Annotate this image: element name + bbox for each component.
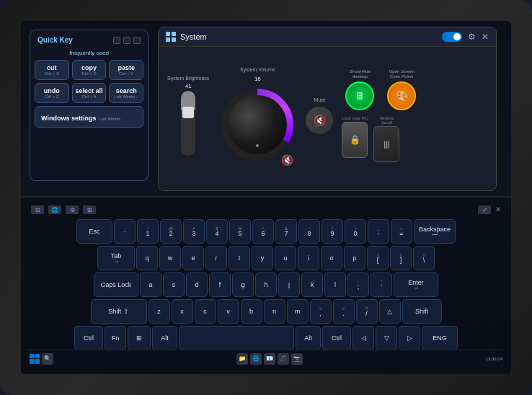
key-3[interactable]: #3 xyxy=(183,219,205,244)
quick-key-minimize[interactable] xyxy=(113,37,120,44)
brightness-slider[interactable] xyxy=(181,91,195,156)
key-backtick[interactable]: ~` xyxy=(114,219,136,244)
search-button[interactable]: search Left Windo... xyxy=(109,83,143,103)
show-hide-button[interactable]: Show/Hide desktop 🖥 xyxy=(342,69,378,110)
key-space[interactable] xyxy=(179,326,294,350)
taskbar-app-2[interactable]: 🌐 xyxy=(250,353,262,365)
key-b[interactable]: b xyxy=(241,299,262,324)
key-u[interactable]: u xyxy=(275,246,296,270)
key-eng[interactable]: ENG xyxy=(422,326,458,350)
kb-icon-3[interactable]: ⚙ xyxy=(66,205,79,214)
key-x[interactable]: x xyxy=(172,299,193,324)
kb-icon-1[interactable]: ⊟ xyxy=(31,205,44,214)
lock-pc-button[interactable]: 🔒 xyxy=(342,122,368,158)
key-k[interactable]: k xyxy=(301,272,323,297)
key-minus[interactable]: _- xyxy=(368,219,389,244)
kb-icon-2[interactable]: 🌐 xyxy=(48,205,61,214)
kb-icon-4[interactable]: ⊞ xyxy=(83,205,96,214)
key-backspace[interactable]: Backspace⟵ xyxy=(414,219,456,244)
key-d[interactable]: d xyxy=(186,272,208,297)
key-q[interactable]: q xyxy=(136,246,158,270)
key-2[interactable]: @2 xyxy=(160,219,182,244)
key-equals[interactable]: += xyxy=(391,219,412,244)
volume-ring[interactable] xyxy=(221,89,293,161)
color-picker-button[interactable]: Open Screen Color Picker 🎨 xyxy=(384,69,420,110)
system-toggle[interactable] xyxy=(442,32,462,42)
key-j[interactable]: j xyxy=(278,272,300,297)
key-a[interactable]: a xyxy=(140,272,161,297)
key-w[interactable]: w xyxy=(159,246,181,270)
quick-key-maximize[interactable] xyxy=(123,37,130,44)
undo-button[interactable]: undo Ctrl + Z xyxy=(35,83,69,103)
key-e[interactable]: e xyxy=(182,246,204,270)
key-n[interactable]: n xyxy=(264,299,285,324)
key-quote[interactable]: "' xyxy=(371,272,392,297)
windows-settings-button[interactable]: Windows settings Left Windo... xyxy=(35,106,143,128)
key-7[interactable]: &7 xyxy=(275,219,297,244)
quick-key-close[interactable] xyxy=(133,37,141,44)
key-alt-left[interactable]: Alt xyxy=(152,326,177,350)
kb-close-button[interactable]: ✕ xyxy=(495,205,501,214)
key-0[interactable]: )0 xyxy=(345,219,366,244)
key-shift-right[interactable]: Shift xyxy=(402,299,442,324)
key-alt-right[interactable]: Alt xyxy=(296,326,321,350)
key-i[interactable]: i xyxy=(298,246,319,270)
kb-resize-icon[interactable]: ⤢ xyxy=(478,205,491,214)
key-9[interactable]: (9 xyxy=(322,219,343,244)
search-taskbar-icon[interactable]: 🔍 xyxy=(42,353,53,365)
key-down[interactable]: ▽ xyxy=(376,326,397,350)
key-rbracket[interactable]: }] xyxy=(390,246,412,270)
key-5[interactable]: %5 xyxy=(229,219,251,244)
key-slash[interactable]: ?/ xyxy=(356,299,378,324)
key-comma[interactable]: <, xyxy=(310,299,332,324)
key-h[interactable]: h xyxy=(255,272,277,297)
key-c[interactable]: c xyxy=(195,299,216,324)
key-ctrl-right[interactable]: Ctrl xyxy=(322,326,351,350)
taskbar-app-3[interactable]: 📧 xyxy=(264,353,275,365)
key-f[interactable]: f xyxy=(209,272,231,297)
key-1[interactable]: !1 xyxy=(137,219,159,244)
brightness-thumb[interactable] xyxy=(182,107,194,118)
taskbar-app-1[interactable]: 📁 xyxy=(236,353,248,365)
key-p[interactable]: p xyxy=(344,246,365,270)
taskbar-app-4[interactable]: 🎵 xyxy=(278,353,289,365)
start-button[interactable] xyxy=(30,354,40,364)
select-all-button[interactable]: select all Ctrl + A xyxy=(72,83,107,103)
key-esc[interactable]: Esc xyxy=(76,219,112,244)
key-right[interactable]: ▷ xyxy=(399,326,420,350)
key-lbracket[interactable]: {[ xyxy=(367,246,389,270)
key-z[interactable]: z xyxy=(148,299,170,324)
mute-button[interactable]: 🔇 xyxy=(306,107,333,134)
taskbar-app-5[interactable]: 📷 xyxy=(291,353,303,365)
key-enter[interactable]: Enter⏎ xyxy=(394,272,438,297)
key-g[interactable]: g xyxy=(232,272,254,297)
key-l[interactable]: l xyxy=(324,272,346,297)
key-fn[interactable]: Fn xyxy=(105,326,126,350)
paste-button[interactable]: paste Ctrl + V xyxy=(109,60,143,80)
key-tab[interactable]: Tab⇥ xyxy=(97,246,135,270)
key-period[interactable]: >. xyxy=(333,299,355,324)
key-t[interactable]: t xyxy=(229,246,250,270)
copy-button[interactable]: copy Ctrl + C xyxy=(72,60,107,80)
key-m[interactable]: m xyxy=(287,299,309,324)
key-semicolon[interactable]: :; xyxy=(347,272,369,297)
key-up[interactable]: △ xyxy=(379,299,401,324)
show-hide-icon[interactable]: 🖥 xyxy=(345,81,374,110)
key-left[interactable]: ◁ xyxy=(353,326,374,350)
key-windows[interactable]: ⊞ xyxy=(128,326,151,350)
key-backslash[interactable]: |\ xyxy=(413,246,435,270)
volume-knob[interactable] xyxy=(228,95,287,154)
key-y[interactable]: y xyxy=(252,246,273,270)
key-r[interactable]: r xyxy=(205,246,227,270)
key-s[interactable]: s xyxy=(163,272,185,297)
key-capslock[interactable]: Caps Lock xyxy=(94,272,138,297)
key-4[interactable]: $4 xyxy=(206,219,228,244)
key-8[interactable]: *8 xyxy=(298,219,320,244)
system-settings-icon[interactable]: ⚙ xyxy=(468,32,476,42)
key-ctrl-left[interactable]: Ctrl xyxy=(74,326,103,350)
cut-button[interactable]: cut Ctrl + X xyxy=(35,60,69,80)
vertical-scroll-button[interactable]: ||| xyxy=(373,126,399,162)
key-6[interactable]: ^6 xyxy=(252,219,274,244)
key-shift-left[interactable]: Shift ⇧ xyxy=(91,299,147,324)
key-v[interactable]: v xyxy=(218,299,239,324)
